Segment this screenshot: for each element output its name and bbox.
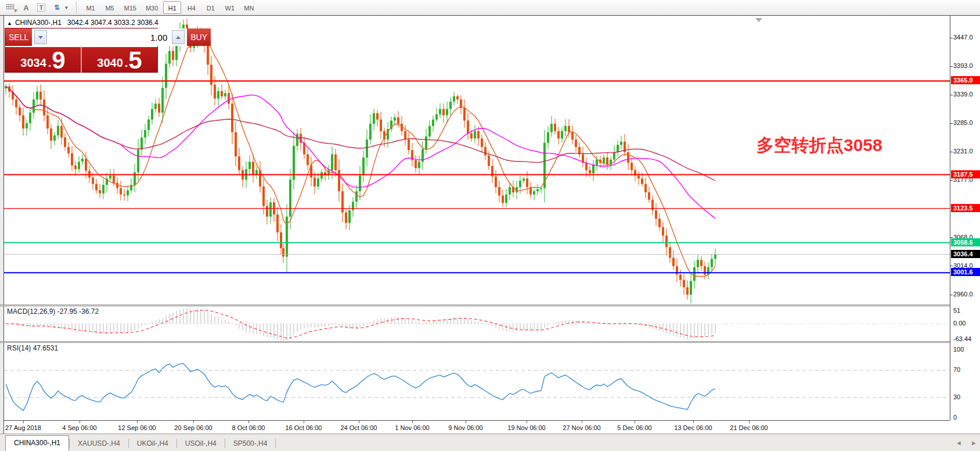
- macd-panel[interactable]: [4, 306, 950, 341]
- chart-title: ▲CHINA300-,H13042.4 3047.4 3033.2 3036.4: [7, 19, 158, 27]
- macd-histogram: [6, 308, 715, 341]
- tab-usoil-h4[interactable]: USOil-,H4: [177, 437, 225, 451]
- axis-tick-mark: [950, 38, 953, 38]
- volume-increase-button[interactable]: [172, 30, 185, 44]
- axis-tick-mark: [950, 237, 953, 238]
- price-line-label: 3001.6: [951, 268, 980, 276]
- axis-tick-mark: [950, 180, 953, 181]
- timeframe-toolbar: M1M5M15M30H1H4D1W1MN: [81, 1, 259, 14]
- price-axis: 3447.03393.03339.03285.03231.03177.03068…: [950, 16, 980, 420]
- timeframe-button-d1[interactable]: D1: [201, 1, 219, 14]
- mt4-window: F A T ⇅ ▾ M1M5M15M30H1H4D1W1MN ▲CHINA300…: [0, 0, 980, 451]
- rsi-panel[interactable]: [4, 343, 950, 420]
- rsi-tick-label: 30: [953, 393, 960, 400]
- date-tick-mark: [466, 421, 466, 423]
- tab-scroll-left-icon[interactable]: ◄: [956, 439, 962, 446]
- volume-input[interactable]: [48, 28, 171, 46]
- crosshair-grid-icon[interactable]: F: [3, 1, 19, 14]
- sell-button[interactable]: SELL: [5, 28, 32, 46]
- caret-up-icon: [176, 36, 181, 39]
- date-tick-mark: [412, 421, 413, 423]
- macd-tick-label: -63.44: [953, 335, 971, 342]
- timeframe-button-m1[interactable]: M1: [82, 1, 100, 14]
- timeframe-button-m15[interactable]: M15: [120, 1, 140, 14]
- macd-label: MACD(12,26,9) -27.95 -36.72: [7, 307, 99, 316]
- tab-ukoil-h4[interactable]: UKOil-,H4: [129, 437, 176, 451]
- text-label-icon[interactable]: A: [19, 1, 34, 14]
- axis-tick-mark: [950, 123, 953, 124]
- rsi-tick-label: 70: [953, 366, 960, 373]
- date-tick-mark: [582, 421, 582, 423]
- one-click-trading-panel: SELL BUY 3034.9 3040.5: [5, 28, 158, 73]
- dropdown-caret-icon[interactable]: ▾: [65, 5, 68, 10]
- chart-symbol: CHINA300-,H1: [15, 19, 62, 27]
- tab-china300-h1[interactable]: CHINA300-,H1: [5, 435, 69, 451]
- date-tick-mark: [23, 421, 24, 423]
- date-tick-mark: [527, 421, 527, 423]
- toolbar: F A T ⇅ ▾ M1M5M15M30H1H4D1W1MN: [0, 0, 980, 15]
- price-tick-label: 3231.0: [953, 148, 973, 155]
- timeframe-button-m5[interactable]: M5: [101, 1, 119, 14]
- timeframe-button-m30[interactable]: M30: [142, 1, 162, 14]
- buy-price[interactable]: 3040.5: [82, 47, 157, 73]
- date-label: 16 Oct 06:00: [286, 424, 322, 431]
- buy-button[interactable]: BUY: [187, 28, 211, 46]
- price-line-label: 3123.5: [951, 204, 980, 212]
- volume-control: [32, 28, 187, 46]
- timeframe-button-h4[interactable]: H4: [182, 1, 200, 14]
- price-tick-label: 2960.0: [953, 291, 973, 298]
- date-label: 8 Oct 06:00: [232, 424, 265, 431]
- timeframe-button-mn[interactable]: MN: [240, 1, 258, 14]
- axis-tick-mark: [950, 95, 953, 95]
- toolbar-separator: [76, 2, 77, 13]
- collapse-arrow-icon[interactable]: ▲: [7, 20, 12, 26]
- price-line-label: 3036.4: [951, 250, 980, 258]
- rsi-value: 47.6531: [33, 344, 58, 352]
- date-label: 27 Aug 2018: [5, 424, 41, 431]
- date-label: 21 Dec 06:00: [730, 424, 768, 431]
- tab-scroll-right-icon[interactable]: ►: [971, 439, 977, 446]
- text-box-icon[interactable]: T: [34, 1, 49, 14]
- date-tick-mark: [248, 421, 249, 423]
- tab-sp500-h4[interactable]: SP500-,H4: [225, 437, 276, 451]
- rsi-line: [6, 364, 715, 411]
- date-label: 9 Nov 06:00: [448, 424, 482, 431]
- axis-tick-mark: [950, 266, 953, 266]
- macd-signal-line: [6, 310, 715, 338]
- date-label: 20 Sep 06:00: [174, 424, 212, 431]
- date-label: 27 Nov 06:00: [563, 424, 600, 431]
- chart-ohlc-values: 3042.4 3047.4 3033.2 3036.4: [67, 19, 158, 27]
- rsi-label: RSI(14) 47.6531: [7, 344, 58, 352]
- date-label: 24 Oct 06:00: [341, 424, 377, 431]
- window-border-left: [0, 16, 4, 434]
- price-tick-label: 3447.0: [953, 34, 973, 41]
- date-tick-mark: [359, 421, 359, 423]
- ma-line-slow[interactable]: [6, 87, 715, 181]
- axis-tick-mark: [950, 152, 953, 152]
- timeframe-button-h1[interactable]: H1: [163, 1, 181, 14]
- volume-decrease-button[interactable]: [34, 30, 47, 44]
- macd-tick-label: 0.00: [953, 320, 965, 327]
- date-label: 5 Dec 06:00: [617, 424, 651, 431]
- axis-tick-mark: [950, 295, 953, 295]
- date-label: 4 Sep 06:00: [62, 424, 96, 431]
- date-label: 1 Nov 06:00: [395, 424, 429, 431]
- tab-xauusd-h4[interactable]: XAUUSD-,H4: [70, 437, 128, 451]
- date-tick-mark: [635, 421, 635, 423]
- price-line-label: 3058.6: [951, 238, 980, 246]
- chart-annotation[interactable]: 多空转折点3058: [756, 134, 882, 158]
- timeframe-button-w1[interactable]: W1: [221, 1, 239, 14]
- chart-tab-bar: ◄ ► CHINA300-,H1XAUUSD-,H4UKOil-,H4USOil…: [0, 434, 980, 451]
- date-tick-mark: [749, 421, 750, 423]
- sell-price[interactable]: 3034.9: [5, 47, 81, 73]
- axis-tick-mark: [950, 66, 953, 67]
- price-tick-label: 3339.0: [953, 91, 973, 98]
- arrange-objects-icon[interactable]: ⇅: [49, 1, 64, 14]
- price-tick-label: 3285.0: [953, 119, 973, 126]
- date-label: 19 Nov 06:00: [507, 424, 545, 431]
- date-label: 12 Sep 06:00: [118, 424, 156, 431]
- chart-shift-marker-icon[interactable]: [755, 18, 762, 22]
- grid-glyph: F: [6, 4, 16, 11]
- tab-separator: [275, 439, 276, 448]
- date-tick-mark: [80, 421, 80, 423]
